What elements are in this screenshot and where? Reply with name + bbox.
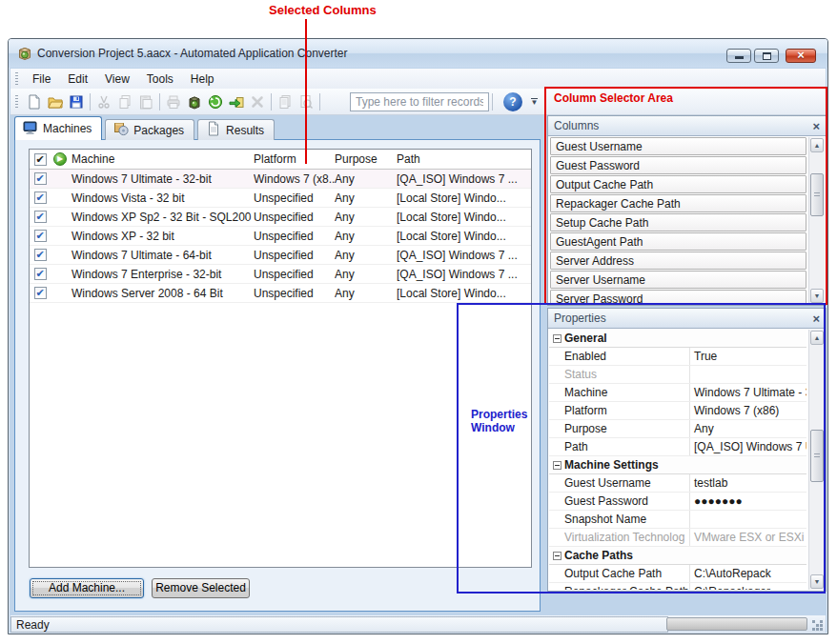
column-header-platform[interactable]: Platform — [254, 152, 335, 166]
property-value[interactable] — [689, 511, 806, 528]
scroll-thumb[interactable] — [810, 173, 824, 216]
scroll-up-icon[interactable]: ▲ — [810, 331, 824, 345]
property-group-machine-settings[interactable]: Machine Settings — [549, 456, 806, 474]
menu-edit[interactable]: Edit — [59, 70, 96, 88]
tab-machines[interactable]: Machines — [14, 116, 102, 140]
column-item-output-cache-path[interactable]: Output Cache Path — [550, 175, 806, 193]
column-item-repackager-cache-path[interactable]: Repackager Cache Path — [550, 194, 806, 212]
column-item-server-address[interactable]: Server Address — [550, 252, 806, 270]
column-header-path[interactable]: Path — [397, 152, 531, 166]
scroll-down-icon[interactable]: ▼ — [810, 289, 824, 303]
minimize-icon[interactable] — [726, 49, 751, 63]
collapse-icon[interactable] — [553, 461, 561, 470]
property-row[interactable]: MachineWindows 7 Ultimate - 3 — [549, 384, 806, 402]
property-row[interactable]: Status — [549, 366, 806, 384]
properties-scrollbar[interactable]: ▲ ▼ — [808, 330, 825, 590]
table-row[interactable]: ✔Windows 7 Ultimate - 32-bitWindows 7 (x… — [30, 170, 531, 189]
property-value[interactable] — [689, 366, 806, 383]
property-value[interactable]: C:\AutoRepack — [689, 565, 806, 582]
save-icon[interactable] — [66, 91, 87, 112]
filter-records-input[interactable] — [350, 92, 489, 111]
columns-scrollbar[interactable]: ▲ ▼ — [808, 137, 825, 304]
property-value[interactable]: Windows 7 Ultimate - 3 — [689, 384, 806, 401]
property-row[interactable]: Guest Password●●●●●●● — [549, 493, 806, 511]
columns-panel-header: Columns × — [548, 116, 826, 136]
table-row[interactable]: ✔Windows XP - 32 bitUnspecifiedAny[Local… — [30, 227, 531, 246]
column-item-guestagent-path[interactable]: GuestAgent Path — [550, 232, 806, 251]
app-icon[interactable] — [17, 46, 32, 61]
column-item-guest-password[interactable]: Guest Password — [550, 156, 806, 174]
row-checkbox[interactable]: ✔ — [34, 211, 47, 223]
row-checkbox[interactable]: ✔ — [34, 172, 47, 185]
property-row[interactable]: Output Cache PathC:\AutoRepack — [549, 565, 806, 583]
property-row[interactable]: Virtualization TechnologVMware ESX or ES… — [549, 529, 806, 547]
property-row[interactable]: EnabledTrue — [549, 348, 806, 366]
property-row[interactable]: Repackager Cache PathC:\Repackager — [549, 583, 806, 590]
column-item-server-password[interactable]: Server Password — [550, 290, 806, 305]
close-icon[interactable]: × — [812, 312, 820, 325]
tab-results[interactable]: Results — [197, 119, 275, 140]
column-item-server-username[interactable]: Server Username — [550, 271, 806, 289]
refresh-icon[interactable] — [205, 91, 226, 112]
property-value[interactable]: True — [689, 348, 806, 365]
property-value[interactable]: Any — [689, 420, 806, 437]
title-bar[interactable]: Conversion Project 5.aacx - Automated Ap… — [9, 39, 827, 68]
property-value[interactable]: [QA_ISO] Windows 7 Ul — [689, 438, 806, 455]
row-checkbox[interactable]: ✔ — [34, 268, 47, 280]
scroll-down-icon[interactable]: ▼ — [810, 574, 824, 589]
table-row[interactable]: ✔Windows Vista - 32 bitUnspecifiedAny[Lo… — [30, 189, 531, 208]
restore-icon[interactable] — [754, 49, 779, 63]
new-file-icon[interactable] — [24, 91, 45, 112]
property-group-cache-paths[interactable]: Cache Paths — [549, 547, 806, 565]
column-item-guest-username[interactable]: Guest Username — [550, 137, 806, 155]
property-row[interactable]: Guest Usernametestlab — [549, 474, 806, 493]
menu-tools[interactable]: Tools — [138, 70, 182, 88]
property-row[interactable]: PlatformWindows 7 (x86) — [549, 402, 806, 420]
property-group-general[interactable]: General — [549, 330, 806, 348]
toolbar-separator — [492, 93, 493, 111]
scroll-up-icon[interactable]: ▲ — [810, 138, 824, 152]
property-value[interactable]: VMware ESX or ESXi Ser — [689, 529, 806, 546]
remove-selected-button[interactable]: Remove Selected — [152, 578, 250, 598]
table-row[interactable]: ✔Windows XP Sp2 - 32 Bit - SQL200Unspeci… — [30, 208, 531, 227]
property-value[interactable]: C:\Repackager — [689, 583, 806, 590]
cut-icon — [93, 91, 114, 112]
import-icon[interactable] — [226, 91, 247, 112]
row-checkbox[interactable]: ✔ — [34, 249, 47, 261]
select-all-checkbox[interactable]: ✔ — [34, 153, 47, 166]
open-folder-icon[interactable] — [45, 91, 66, 112]
tab-packages[interactable]: Packages — [105, 119, 194, 140]
row-checkbox[interactable]: ✔ — [34, 191, 47, 204]
menu-help[interactable]: Help — [182, 70, 223, 88]
convert-package-icon[interactable] — [184, 91, 205, 112]
menu-grip[interactable] — [15, 72, 18, 86]
collapse-icon[interactable] — [553, 552, 561, 560]
toolbar-overflow-icon[interactable]: ▼ — [528, 92, 541, 111]
column-header-machine[interactable]: Machine — [70, 152, 254, 166]
resize-grip-icon[interactable] — [812, 620, 824, 632]
row-checkbox[interactable]: ✔ — [34, 230, 47, 242]
property-value[interactable]: ●●●●●●● — [689, 493, 806, 510]
help-icon[interactable]: ? — [503, 92, 522, 111]
close-icon[interactable]: × — [786, 49, 816, 63]
tab-label: Results — [226, 124, 264, 137]
table-row[interactable]: ✔Windows 7 Ultimate - 64-bitUnspecifiedA… — [30, 246, 531, 265]
table-row[interactable]: ✔Windows 7 Enterprise - 32-bitUnspecifie… — [30, 265, 531, 284]
menu-view[interactable]: View — [96, 70, 138, 88]
add-machine-button[interactable]: Add Machine... — [30, 578, 144, 598]
property-row[interactable]: Snapshot Name — [549, 511, 806, 529]
table-row[interactable]: ✔Windows Server 2008 - 64 BitUnspecified… — [30, 284, 531, 303]
row-checkbox[interactable]: ✔ — [34, 287, 47, 299]
column-item-setup-cache-path[interactable]: Setup Cache Path — [550, 213, 806, 231]
menu-file[interactable]: File — [24, 70, 59, 88]
scroll-thumb[interactable] — [810, 430, 824, 482]
toolbar-grip[interactable] — [15, 95, 18, 109]
property-row[interactable]: PurposeAny — [549, 420, 806, 438]
close-icon[interactable]: × — [812, 120, 820, 132]
property-value[interactable]: Windows 7 (x86) — [689, 402, 806, 419]
column-header-purpose[interactable]: Purpose — [335, 152, 397, 166]
cell: Windows 7 Ultimate - 64-bit — [70, 249, 254, 262]
property-value[interactable]: testlab — [689, 474, 806, 492]
property-row[interactable]: Path[QA_ISO] Windows 7 Ul — [549, 438, 806, 456]
collapse-icon[interactable] — [553, 334, 561, 343]
